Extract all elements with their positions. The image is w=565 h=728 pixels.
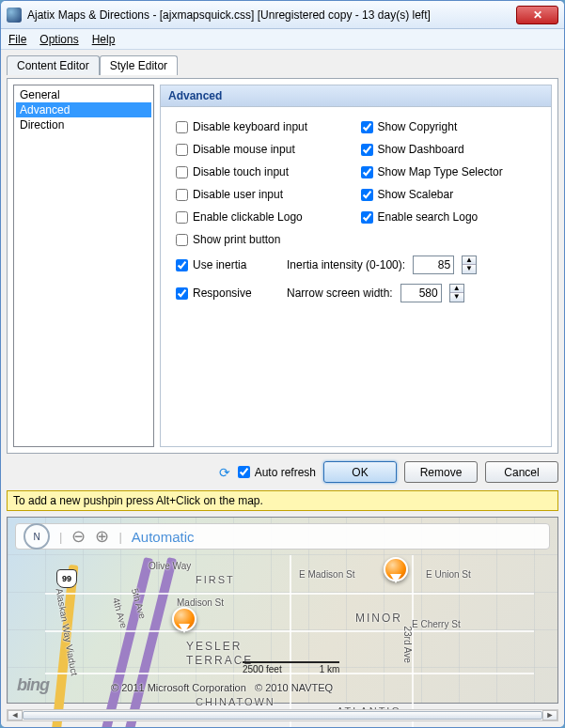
- map-scalebar: 2500 feet1 km: [243, 661, 339, 674]
- check-clickable-logo[interactable]: Enable clickable Logo: [176, 210, 352, 224]
- app-icon: [7, 8, 22, 23]
- check-disable-keyboard[interactable]: Disable keyboard input: [176, 120, 352, 133]
- check-search-logo[interactable]: Enable search Logo: [361, 210, 537, 224]
- inertia-label: Inertia intensity (0-100):: [287, 258, 405, 271]
- refresh-icon[interactable]: ⟳: [219, 465, 230, 480]
- map-label: FIRST: [196, 574, 235, 585]
- map-label: CHINATOWN: [196, 696, 275, 707]
- check-show-maptype[interactable]: Show Map Type Selector: [361, 165, 537, 178]
- menubar: File Options Help: [1, 29, 564, 50]
- narrow-spinner[interactable]: ▲▼: [449, 284, 464, 302]
- inertia-input[interactable]: [413, 256, 454, 274]
- menu-help[interactable]: Help: [92, 33, 116, 46]
- titlebar: Ajatix Maps & Directions - [ajxmapsquick…: [1, 1, 564, 29]
- check-responsive[interactable]: Responsive: [176, 287, 279, 300]
- check-disable-user[interactable]: Disable user input: [176, 188, 352, 201]
- check-use-inertia[interactable]: Use inertia: [176, 258, 279, 271]
- horizontal-scrollbar[interactable]: ◄ ►: [7, 709, 558, 721]
- button-row: ⟳ Auto refresh OK Remove Cancel: [7, 457, 558, 487]
- settings-body: Disable keyboard input Show Copyright Di…: [161, 107, 551, 316]
- remove-button[interactable]: Remove: [404, 461, 478, 483]
- pushpin-icon[interactable]: [384, 557, 408, 581]
- menu-options[interactable]: Options: [39, 33, 78, 46]
- compass-icon[interactable]: N: [24, 523, 50, 550]
- tab-style-editor[interactable]: Style Editor: [100, 55, 178, 75]
- tab-strip: Content Editor Style Editor: [7, 55, 558, 75]
- sidebar-item-direction[interactable]: Direction: [16, 117, 151, 132]
- check-show-copyright[interactable]: Show Copyright: [361, 120, 537, 133]
- inertia-spinner[interactable]: ▲▼: [462, 256, 477, 274]
- narrow-input[interactable]: [400, 284, 442, 302]
- map-label: MINOR: [355, 612, 402, 625]
- check-show-scalebar[interactable]: Show Scalebar: [361, 188, 537, 201]
- map-label: Olive Way: [149, 561, 191, 571]
- sidebar-item-advanced[interactable]: Advanced: [16, 102, 151, 117]
- check-auto-refresh[interactable]: Auto refresh: [238, 466, 316, 479]
- map-label: E Madison St: [299, 569, 354, 580]
- tab-content-editor[interactable]: Content Editor: [7, 55, 100, 75]
- close-button[interactable]: ✕: [516, 6, 558, 24]
- narrow-label: Narrow screen width:: [287, 287, 393, 300]
- scroll-left-icon[interactable]: ◄: [8, 710, 23, 720]
- app-window: Ajatix Maps & Directions - [ajxmapsquick…: [0, 0, 565, 728]
- scroll-right-icon[interactable]: ►: [542, 710, 557, 720]
- map-label: 23rd Ave: [402, 627, 413, 663]
- ok-button[interactable]: OK: [323, 461, 397, 483]
- zoom-in-icon[interactable]: ⊕: [95, 526, 109, 547]
- map-label: 4th Ave: [111, 596, 130, 629]
- map-label: YESLER: [186, 640, 242, 653]
- check-disable-mouse[interactable]: Disable mouse input: [176, 143, 352, 156]
- settings-pane: Advanced Disable keyboard input Show Cop…: [160, 85, 552, 447]
- bing-logo: bing: [17, 675, 49, 695]
- map-mode[interactable]: Automatic: [132, 529, 195, 545]
- style-panel: General Advanced Direction Advanced Disa…: [7, 78, 558, 454]
- cancel-button[interactable]: Cancel: [485, 461, 558, 483]
- body: Content Editor Style Editor General Adva…: [1, 50, 564, 727]
- sidebar-item-general[interactable]: General: [16, 87, 151, 102]
- pushpin-hint: To add a new pushpin press Alt+Click on …: [7, 490, 558, 511]
- menu-file[interactable]: File: [8, 33, 26, 46]
- map-label: E Union St: [426, 569, 471, 580]
- zoom-out-icon[interactable]: ⊖: [71, 526, 86, 547]
- pushpin-icon[interactable]: [172, 607, 196, 631]
- highway-shield: 99: [56, 569, 77, 588]
- map-copyright: © 2011 Microsoft Corporation © 2010 NAVT…: [111, 682, 333, 693]
- map-label: E Cherry St: [412, 619, 461, 629]
- map-toolbar: N | ⊖ ⊕ | Automatic: [15, 523, 550, 550]
- check-show-print[interactable]: Show print button: [176, 233, 352, 246]
- check-show-dashboard[interactable]: Show Dashboard: [361, 143, 537, 156]
- check-disable-touch[interactable]: Disable touch input: [176, 165, 352, 178]
- settings-header: Advanced: [161, 85, 551, 107]
- map-preview[interactable]: Olive Way E Madison St E Union St MINOR …: [7, 517, 558, 704]
- window-title: Ajatix Maps & Directions - [ajxmapsquick…: [27, 8, 516, 22]
- settings-tree: General Advanced Direction: [13, 85, 154, 447]
- scroll-thumb[interactable]: [23, 711, 542, 720]
